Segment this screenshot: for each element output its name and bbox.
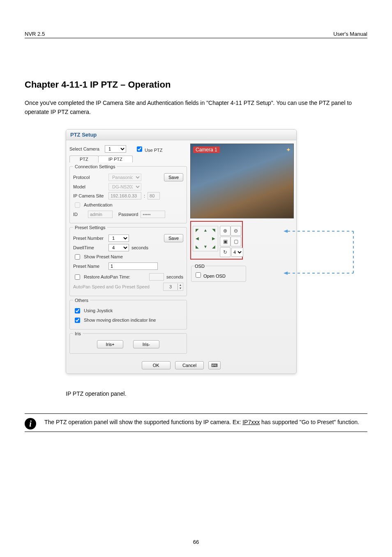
info-text: The PTZ operation panel will show the su… bbox=[44, 418, 359, 430]
model-label: Model bbox=[73, 184, 106, 189]
restore-autopan-input bbox=[149, 273, 164, 281]
show-indicator-checkbox[interactable] bbox=[75, 318, 80, 323]
autopan-speed-spinner: ▲▼ bbox=[163, 283, 183, 291]
spinner-up-icon: ▲ bbox=[178, 283, 183, 287]
go-preset-dropdown[interactable]: 4 bbox=[231, 248, 243, 257]
using-joystick-label: Using Joystick bbox=[84, 308, 113, 313]
focus-near-icon[interactable]: ▣ bbox=[220, 237, 231, 246]
camera-preview: Camera 1 ✦ bbox=[190, 144, 294, 218]
osd-group: OSD Open OSD bbox=[191, 264, 246, 282]
ptz-setup-dialog: PTZ Setup Select Camera 1 Use PTZ PTZ I bbox=[66, 129, 297, 374]
auth-label: Authentication bbox=[84, 202, 113, 207]
ptz-dpad[interactable]: ◤ ▲ ◥ ◀ ▶ ◣ ▼ ◢ bbox=[193, 226, 218, 251]
open-osd-label: Open OSD bbox=[203, 274, 226, 278]
ip-port-input bbox=[148, 192, 160, 200]
auth-checkbox bbox=[75, 202, 80, 208]
spinner-down-icon: ▼ bbox=[178, 287, 183, 290]
dwell-dropdown[interactable]: 4 bbox=[108, 244, 129, 251]
doc-title-left: NVR 2.5 bbox=[25, 31, 45, 37]
preset-name-input[interactable] bbox=[108, 262, 158, 270]
dpad-up-icon[interactable]: ▲ bbox=[201, 226, 210, 234]
zoom-out-icon[interactable]: ⊖ bbox=[231, 226, 241, 236]
dpad-down-left-icon[interactable]: ◣ bbox=[193, 243, 201, 251]
password-label: Password bbox=[118, 212, 138, 217]
id-label: ID bbox=[73, 212, 85, 217]
callout-text: IP PTZ operation panel. bbox=[66, 390, 367, 397]
open-osd-checkbox[interactable] bbox=[196, 272, 201, 278]
camera-overlay-label: Camera 1 bbox=[193, 146, 220, 153]
intro-text: Once you've completed the IP Camera Site… bbox=[25, 98, 367, 117]
use-ptz-checkbox[interactable] bbox=[137, 146, 142, 152]
ip-site-label: IP Camera Site bbox=[73, 193, 106, 198]
dpad-up-left-icon[interactable]: ◤ bbox=[193, 226, 201, 234]
chapter-title: Chapter 4-11-1 IP PTZ – Operation bbox=[25, 79, 367, 90]
model-dropdown: DG-NS202A bbox=[108, 183, 141, 190]
preset-number-label: Preset Number bbox=[73, 236, 106, 241]
preset-settings-group: Preset Settings Preset Number 1 Save Dwe… bbox=[69, 225, 187, 296]
dpad-right-icon[interactable]: ▶ bbox=[210, 234, 218, 243]
keyboard-icon-button[interactable]: ⌨ bbox=[208, 361, 221, 369]
dpad-down-icon[interactable]: ▼ bbox=[201, 243, 210, 251]
preset-save-button[interactable]: Save bbox=[164, 234, 183, 242]
go-preset-icon[interactable]: ↻ bbox=[220, 247, 231, 257]
page-number: 66 bbox=[25, 539, 367, 545]
show-preset-name-checkbox[interactable] bbox=[75, 254, 80, 260]
dwell-label: DwellTime bbox=[73, 245, 106, 250]
preset-number-dropdown[interactable]: 1 bbox=[108, 234, 129, 242]
restore-autopan-label: Restore AutoPan Time: bbox=[84, 274, 130, 279]
dpad-down-right-icon[interactable]: ◢ bbox=[210, 243, 218, 251]
focus-far-icon[interactable]: ▢ bbox=[231, 237, 241, 246]
ok-button[interactable]: OK bbox=[142, 361, 171, 369]
tab-ip-ptz[interactable]: IP PTZ bbox=[98, 155, 133, 162]
iris-group: Iris Iris+ Iris- bbox=[69, 331, 187, 354]
others-group: Others Using Joystick Show moving direct… bbox=[69, 298, 187, 330]
select-camera-dropdown[interactable]: 1 bbox=[105, 145, 126, 153]
zoom-in-icon[interactable]: ⊕ bbox=[220, 226, 231, 236]
iris-minus-button[interactable]: Iris- bbox=[133, 340, 159, 348]
dpad-up-right-icon[interactable]: ◥ bbox=[210, 226, 218, 234]
ip-site-input bbox=[108, 192, 141, 200]
password-input bbox=[141, 211, 165, 218]
protocol-dropdown: Panasonic bbox=[108, 174, 141, 181]
doc-title-right: User's Manual bbox=[333, 31, 367, 37]
connection-save-button[interactable]: Save bbox=[164, 173, 183, 181]
iris-plus-button[interactable]: Iris+ bbox=[97, 340, 123, 348]
id-input bbox=[88, 211, 113, 218]
restore-autopan-checkbox[interactable] bbox=[75, 274, 80, 280]
dpad-left-icon[interactable]: ◀ bbox=[193, 234, 201, 243]
preset-name-label: Preset Name bbox=[73, 264, 106, 269]
connection-settings-group: Connection Settings Protocol Panasonic S… bbox=[69, 164, 187, 223]
info-icon: i bbox=[25, 418, 36, 429]
autopan-speed-label: AutoPan Speed and Go Preset Speed bbox=[73, 284, 150, 289]
tab-ptz[interactable]: PTZ bbox=[69, 155, 99, 162]
protocol-label: Protocol bbox=[73, 175, 106, 180]
ptz-panel-highlight: ◤ ▲ ◥ ◀ ▶ ◣ ▼ ◢ ⊕ bbox=[190, 221, 243, 260]
cancel-button[interactable]: Cancel bbox=[175, 361, 204, 369]
camera-overlay-icon: ✦ bbox=[286, 146, 291, 153]
use-ptz-label: Use PTZ bbox=[145, 148, 162, 153]
show-indicator-label: Show moving direction indicator line bbox=[84, 318, 156, 323]
show-preset-name-label: Show Preset Name bbox=[84, 254, 123, 259]
select-camera-label: Select Camera bbox=[69, 146, 102, 151]
dialog-title: PTZ Setup bbox=[66, 130, 296, 140]
using-joystick-checkbox[interactable] bbox=[75, 308, 80, 313]
